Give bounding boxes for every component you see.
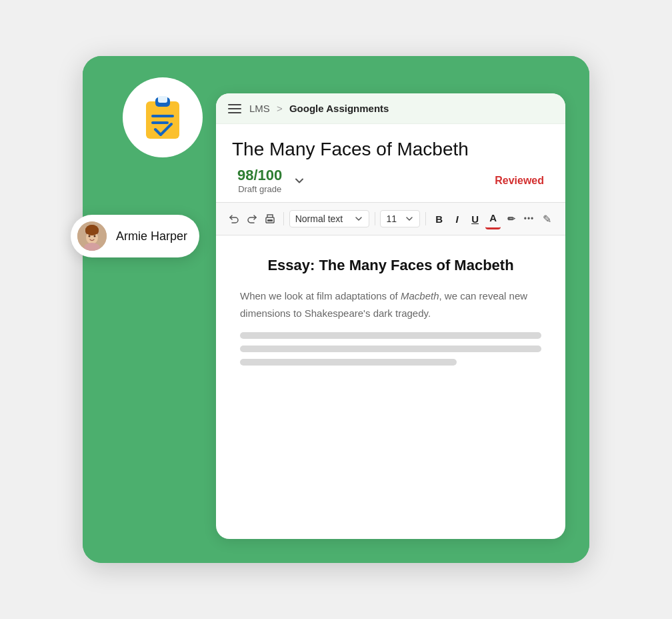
breadcrumb-current: Google Assignments [289,103,389,114]
undo-button[interactable] [227,208,242,229]
placeholder-line-2 [240,346,541,352]
student-avatar [77,221,107,251]
grade-value: 98/100 Draft grade [237,167,282,194]
edit-button[interactable]: ✎ [539,208,555,229]
student-name: Armie Harper [116,229,187,243]
svg-rect-6 [267,219,273,221]
clipboard-icon [142,95,183,140]
main-card: LMS > Google Assignments The Many Faces … [83,56,589,563]
svg-point-10 [89,235,91,237]
font-size-value: 11 [386,213,397,224]
svg-rect-3 [151,115,174,117]
toolbar-divider-2 [375,212,375,225]
content-card: LMS > Google Assignments The Many Faces … [216,93,565,539]
placeholder-line-1 [240,332,541,339]
grade-label: Draft grade [237,184,282,194]
more-options-button[interactable]: ••• [521,208,537,229]
svg-point-11 [94,235,96,237]
placeholder-lines [240,332,541,366]
document-body: When we look at film adaptations of Macb… [240,287,541,322]
underline-button[interactable]: U [467,208,483,229]
breadcrumb-separator: > [277,103,283,114]
student-card: Armie Harper [71,215,199,257]
highlight-button[interactable]: ✏ [503,208,519,229]
student-row: 98/100 Draft grade Reviewed [216,167,565,202]
green-background: LMS > Google Assignments The Many Faces … [83,56,589,563]
reviewed-badge: Reviewed [495,175,544,187]
app-icon-circle [123,77,203,157]
avatar-image [77,221,107,251]
grade-chevron-button[interactable] [289,170,310,191]
text-style-value: Normal text [295,213,343,224]
hamburger-menu[interactable] [228,104,241,113]
svg-rect-2 [158,96,167,103]
document-area: Essay: The Many Faces of Macbeth When we… [216,235,565,539]
assignment-title: The Many Faces of Macbeth [232,139,549,160]
breadcrumb-bar: LMS > Google Assignments [216,93,565,124]
grade-section: 98/100 Draft grade [237,167,495,194]
toolbar-divider-3 [425,212,426,225]
placeholder-line-3 [240,359,457,366]
redo-button[interactable] [245,208,260,229]
font-size-select[interactable]: 11 [380,210,420,227]
document-title: Essay: The Many Faces of Macbeth [240,257,541,274]
text-style-select[interactable]: Normal text [289,210,369,227]
doc-body-italic: Macbeth [401,290,439,301]
bold-button[interactable]: B [431,208,447,229]
grade-number: 98/100 [237,167,282,184]
svg-point-12 [85,225,99,235]
text-color-button[interactable]: A [485,208,501,229]
doc-body-start: When we look at film adaptations of [240,290,401,301]
svg-rect-4 [151,121,169,124]
breadcrumb: LMS > Google Assignments [249,103,389,114]
assignment-title-area: The Many Faces of Macbeth [216,124,565,167]
italic-button[interactable]: I [449,208,465,229]
breadcrumb-lms[interactable]: LMS [249,103,270,114]
toolbar: Normal text 11 B I U A ✏ ••• ✎ [216,202,565,235]
toolbar-divider-1 [283,212,284,225]
print-button[interactable] [263,208,278,229]
